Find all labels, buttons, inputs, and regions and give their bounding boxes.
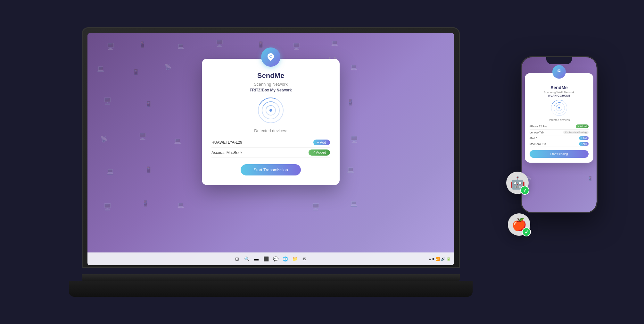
phone-device-2: Lenovo Tab xyxy=(530,131,544,134)
phone-detected-label: Detected devices: xyxy=(530,118,589,122)
phone-device-row: iPad 5 + Add xyxy=(530,135,589,141)
svg-point-1 xyxy=(558,71,560,72)
taskbar-right: ∧ ■ 📶 🔊 🔋 xyxy=(429,257,451,261)
dialog-titlebar: – □ × xyxy=(325,56,336,60)
phone-device-1: iPhone 12 Pro xyxy=(530,125,547,128)
task-view-icon[interactable]: ▬ xyxy=(253,255,260,262)
start-transmission-button[interactable]: Start Transmission xyxy=(241,164,301,175)
start-sending-button[interactable]: Start Sending xyxy=(530,150,589,158)
phone-content: SendMe Scanning Wi-Fi Network WLAN-GGHOM… xyxy=(530,78,589,158)
phone-add-3-button[interactable]: + Add xyxy=(579,136,589,140)
phone-confirm-2-button[interactable]: Confirmation Pending xyxy=(563,131,589,134)
system-tray: ∧ ■ 📶 🔊 🔋 xyxy=(429,257,451,261)
laptop-hinge xyxy=(82,274,460,281)
laptop-dialog: – □ × SendMe Scanning xyxy=(202,59,340,185)
widgets-icon[interactable]: ⬛ xyxy=(262,255,269,262)
laptop-body: 🖥️ 📱 💻 🖥️ 📱 🖥️ 💻 💻 📱 📡 🖥️ 💻 🖥️ 📱 xyxy=(82,27,460,268)
phone-device-row: MacBook Pro + Add xyxy=(530,141,589,147)
maximize-btn[interactable]: □ xyxy=(329,56,331,60)
device-row: Ascoras MacBook ✓ Added xyxy=(211,148,330,158)
windows-icon[interactable]: ⊞ xyxy=(234,255,241,262)
detected-devices-label: Detected devices: xyxy=(202,128,340,133)
apple-check-icon: ✓ xyxy=(522,227,531,236)
phone-device-list: iPhone 12 Pro ✓ Added Lenovo Tab Confirm… xyxy=(530,124,589,147)
added-device-2-button[interactable]: ✓ Added xyxy=(309,149,330,156)
phone-wifi-scan xyxy=(551,100,567,116)
mail-icon[interactable]: ✉ xyxy=(301,255,308,262)
scanning-label: Scanning Network xyxy=(202,82,340,87)
close-btn[interactable]: × xyxy=(334,56,336,60)
phone-app-title: SendMe xyxy=(530,85,589,90)
edge-icon[interactable]: 🌐 xyxy=(282,255,289,262)
laptop: 🖥️ 📱 💻 🖥️ 📱 🖥️ 💻 💻 📱 📡 🖥️ 💻 🖥️ 📱 xyxy=(82,27,460,303)
smartphone-notch xyxy=(546,57,572,64)
android-badge: 🤖 ✓ xyxy=(506,172,529,194)
phone-app-logo xyxy=(552,65,566,79)
phone-scanning-label: Scanning Wi-Fi Network xyxy=(530,91,589,94)
phone-added-1-button[interactable]: ✓ Added xyxy=(576,124,589,128)
search-icon[interactable]: 🔍 xyxy=(243,255,250,262)
dialog-content: SendMe Scanning Network FRITZ!Box My Net… xyxy=(202,59,340,175)
device-row: HUAWEI LYA-L29 + Add xyxy=(211,138,330,148)
device-name-1: HUAWEI LYA-L29 xyxy=(211,140,242,145)
device-list: HUAWEI LYA-L29 + Add Ascoras MacBook ✓ A… xyxy=(202,138,340,158)
phone-add-4-button[interactable]: + Add xyxy=(579,142,589,146)
wifi-scan-animation xyxy=(258,98,284,123)
smartphone: 💻 📱 🖥️ 💻 📡 📱 SendMe Scanning Wi-Fi Netwo xyxy=(521,56,598,213)
android-check-icon: ✓ xyxy=(520,186,529,195)
smartphone-screen: 💻 📱 🖥️ 💻 📡 📱 SendMe Scanning Wi-Fi Netwo xyxy=(522,57,597,212)
chat-icon[interactable]: 💬 xyxy=(272,255,279,262)
phone-device-4: MacBook Pro xyxy=(530,142,546,146)
device-name-2: Ascoras MacBook xyxy=(211,150,243,155)
minimize-btn[interactable]: – xyxy=(325,56,327,60)
app-title: SendMe xyxy=(202,72,340,80)
phone-network-name: WLAN-GGHOM3 xyxy=(530,94,589,97)
phone-device-3: iPad 5 xyxy=(530,137,537,140)
network-name: FRITZ!Box My Network xyxy=(202,88,340,92)
add-device-1-button[interactable]: + Add xyxy=(313,140,330,145)
apple-badge: 🍎 ✓ xyxy=(508,213,530,236)
phone-device-row: iPhone 12 Pro ✓ Added xyxy=(530,124,589,130)
laptop-screen: 🖥️ 📱 💻 🖥️ 📱 🖥️ 💻 💻 📱 📡 🖥️ 💻 🖥️ 📱 xyxy=(87,33,454,265)
svg-point-0 xyxy=(270,55,272,57)
taskbar: ⊞ 🔍 ▬ ⬛ 💬 🌐 📁 ✉ ∧ ■ 📶 🔊 🔋 xyxy=(87,252,454,265)
phone-dialog: SendMe Scanning Wi-Fi Network WLAN-GGHOM… xyxy=(525,73,593,163)
taskbar-icons: ⊞ 🔍 ▬ ⬛ 💬 🌐 📁 ✉ xyxy=(234,255,308,262)
explorer-icon[interactable]: 📁 xyxy=(291,255,298,262)
scene: 🖥️ 📱 💻 🖥️ 📱 🖥️ 💻 💻 📱 📡 🖥️ 💻 🖥️ 📱 xyxy=(66,18,578,306)
app-logo xyxy=(261,47,280,67)
phone-device-row: Lenovo Tab Confirmation Pending xyxy=(530,130,589,135)
laptop-base xyxy=(69,281,473,297)
